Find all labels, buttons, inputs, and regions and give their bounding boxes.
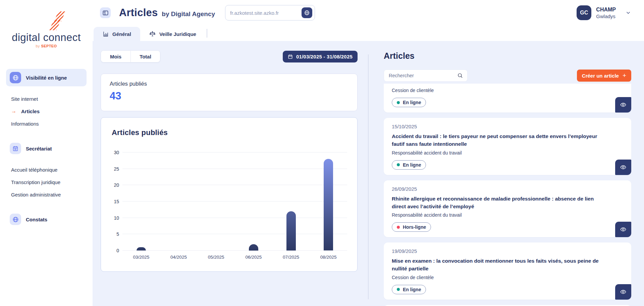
y-tick-label: 10 — [114, 215, 119, 221]
globe-icon — [304, 10, 310, 16]
gridline — [122, 185, 347, 185]
article-date: 15/10/2025 — [392, 124, 623, 129]
create-article-button[interactable]: Créer un article + — [577, 70, 631, 82]
article-title: Mise en examen : la convocation doit men… — [392, 257, 606, 273]
bar-07/2025 — [286, 211, 296, 251]
bar-chart-icon — [103, 31, 109, 37]
plus-icon: + — [623, 72, 626, 79]
brand-mark-icon — [47, 11, 67, 30]
article-card[interactable]: 26/09/2025Rhinite allergique et reconnai… — [384, 180, 631, 237]
x-tick-label: 06/2025 — [235, 255, 272, 260]
brand-logo: digital connect by SEPTEO — [8, 11, 85, 48]
article-category: Cession de clientèle — [392, 88, 623, 93]
sidebar-item-gestion-administrative[interactable]: Gestion administrative — [11, 189, 93, 200]
search-box — [384, 70, 468, 82]
view-article-button[interactable] — [615, 222, 631, 237]
sidebar-section-label: Visibilité en ligne — [26, 75, 67, 81]
calendar-icon — [288, 54, 293, 59]
y-tick-label: 15 — [114, 199, 119, 204]
brand-byline: by SEPTEO — [8, 44, 85, 48]
sidebar-item-visibilite-en-ligne[interactable]: Visibilité en ligne — [6, 69, 87, 86]
view-article-button[interactable] — [615, 284, 631, 300]
tab-veille-juridique[interactable]: Veille Juridique — [140, 27, 205, 41]
open-site-button[interactable] — [302, 7, 312, 18]
stat-value: 43 — [110, 90, 348, 102]
y-tick-label: 5 — [116, 231, 119, 237]
gridline — [122, 234, 347, 234]
articles-panel-title: Articles — [384, 51, 631, 61]
sidebar: digital connect by SEPTEO Visibilité en … — [0, 0, 93, 306]
sidebar-item-informations[interactable]: Informations — [11, 119, 93, 129]
bar-chart: 051015202530 — [110, 152, 347, 251]
status-dot-icon — [397, 163, 400, 166]
sidebar-item-articles[interactable]: → Articles — [11, 106, 93, 116]
bar-06/2025 — [249, 244, 258, 251]
period-total-button[interactable]: Total — [130, 50, 160, 62]
site-url-input[interactable] — [230, 10, 302, 16]
user-last-name: CHAMP — [596, 7, 616, 13]
article-title: Rhinite allergique et reconnaissance de … — [392, 195, 606, 211]
y-tick-label: 0 — [116, 248, 119, 253]
chart-title: Articles publiés — [112, 128, 347, 137]
bar-03/2025 — [137, 247, 146, 251]
sidebar-item-constats[interactable]: Constats — [6, 211, 87, 228]
x-tick-label: 03/2025 — [122, 255, 160, 260]
x-tick-label: 07/2025 — [272, 255, 310, 260]
sidebar-item-accueil-telephonique[interactable]: Accueil téléphonique — [11, 165, 93, 175]
tab-bar: Général Veille Juridique — [93, 26, 644, 41]
user-menu[interactable]: GC CHAMP Gwladys — [577, 5, 631, 20]
page-title: Articles — [119, 7, 158, 19]
user-names: CHAMP Gwladys — [596, 7, 616, 19]
status-dot-icon — [397, 226, 400, 229]
sidebar-section-label: Secrétariat — [26, 146, 52, 151]
scales-icon — [149, 31, 156, 37]
sidebar-item-site-internet[interactable]: Site internet — [11, 94, 93, 104]
sidebar-section-label: Constats — [26, 217, 47, 222]
chart-y-axis: 051015202530 — [110, 152, 122, 251]
view-article-button[interactable] — [615, 160, 631, 175]
page-subtitle: by Digital Agency — [162, 10, 215, 18]
gridline — [122, 218, 347, 218]
date-range-button[interactable]: 01/03/2025 - 31/08/2025 — [283, 51, 358, 62]
article-card[interactable]: 15/10/2025Accident du travail : le tiers… — [384, 118, 631, 175]
article-list: Cession de clientèleEn ligne15/10/2025Ac… — [384, 84, 631, 300]
x-tick-label: 08/2025 — [310, 255, 347, 260]
gridline — [122, 152, 347, 152]
status-label: En ligne — [403, 100, 421, 105]
gridline — [122, 169, 347, 169]
chart-plot-area — [122, 152, 347, 251]
article-date: 26/09/2025 — [392, 186, 623, 192]
status-badge: Hors-ligne — [392, 222, 431, 232]
search-input[interactable] — [389, 73, 457, 78]
period-mois-button[interactable]: Mois — [101, 50, 130, 62]
globe-icon — [10, 72, 21, 83]
main-area: Articles by Digital Agency GC CHAMP Gwla… — [93, 0, 644, 306]
articles-panel: Articles Créer un article + Cession de c… — [369, 50, 644, 306]
site-url-field — [225, 5, 315, 20]
eye-icon — [620, 226, 627, 233]
articles-toolbar: Créer un article + — [384, 70, 631, 82]
eye-icon — [620, 164, 627, 171]
topbar: Articles by Digital Agency GC CHAMP Gwla… — [93, 0, 644, 26]
sidebar-item-secretariat[interactable]: Secrétariat — [6, 140, 87, 157]
sidebar-item-transcription-juridique[interactable]: Transcription juridique — [11, 177, 93, 187]
view-article-button[interactable] — [615, 97, 631, 113]
search-icon — [457, 73, 463, 79]
x-tick-label: 04/2025 — [160, 255, 198, 260]
article-card[interactable]: 19/09/2025Mise en examen : la convocatio… — [384, 243, 631, 300]
article-card[interactable]: Cession de clientèleEn ligne — [384, 84, 631, 113]
article-category: Cession de clientèle — [392, 275, 623, 280]
period-toggle: Mois Total — [101, 50, 160, 62]
content: Mois Total 01/03/2025 - 31/08/2025 Artic… — [93, 41, 644, 306]
chart-card: Articles publiés 051015202530 03/202504/… — [101, 117, 358, 272]
toggle-sidebar-button[interactable] — [100, 7, 111, 18]
status-badge: En ligne — [392, 98, 426, 107]
y-tick-label: 25 — [114, 166, 119, 172]
x-tick-label: 05/2025 — [197, 255, 235, 260]
avatar: GC — [577, 5, 591, 20]
status-badge: En ligne — [392, 160, 426, 170]
brand-name: digital connect — [8, 32, 85, 44]
tab-general[interactable]: Général — [94, 27, 140, 41]
status-dot-icon — [397, 288, 400, 291]
status-label: En ligne — [403, 162, 421, 168]
